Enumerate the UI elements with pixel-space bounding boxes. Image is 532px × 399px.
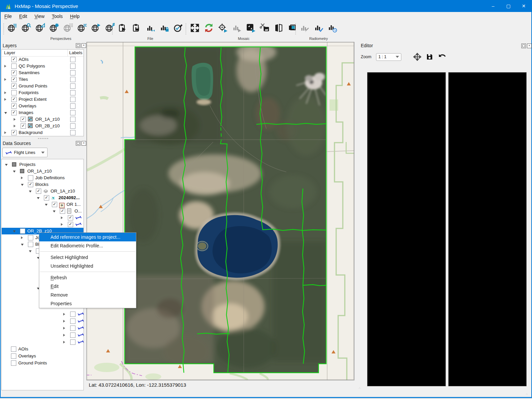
labels-checkbox-unchecked[interactable] [70,130,75,135]
labels-checkbox-unchecked[interactable] [70,110,75,115]
data-source-row[interactable]: Ground Points [2,360,83,367]
checkbox-checked[interactable]: ✓ [11,57,17,62]
context-menu-item[interactable]: Properties [39,299,136,308]
expand-arrow-icon[interactable] [14,125,16,127]
context-menu-item[interactable]: Edit [39,282,136,291]
globe-play-icon[interactable] [90,23,101,33]
data-source-row[interactable]: ✓✈2024092... [2,195,83,201]
data-source-row[interactable]: Job Definitions [2,175,83,181]
editor-image-right[interactable] [448,72,527,386]
close-button[interactable]: ✕ [516,0,531,12]
collapse-arrow-icon[interactable] [53,210,56,212]
labels-checkbox-unchecked[interactable] [70,83,75,89]
context-menu-item[interactable]: Select Highlighted [39,253,136,262]
data-source-row[interactable] [2,339,83,346]
layers-row[interactable]: Footprints [2,89,83,96]
data-source-row[interactable]: OR_1A_z10 [2,168,83,175]
layers-row[interactable]: ✓Background [2,129,83,136]
seedpoint-play-icon[interactable] [217,23,228,33]
data-source-row[interactable]: AOIs [2,346,83,353]
fullscreen-icon[interactable] [190,23,200,33]
clipboard-save-icon[interactable] [131,23,142,33]
chart-history-icon[interactable] [327,23,338,33]
collapse-arrow-icon[interactable] [29,191,32,193]
layers-column-layer[interactable]: Layer [4,50,15,55]
checkbox-checked[interactable]: ✓ [11,110,17,115]
minimize-button[interactable]: – [485,0,501,12]
checkbox-checked[interactable]: ✓ [11,130,17,135]
checkbox-unchecked[interactable] [28,242,33,247]
checkbox-checked[interactable]: ✓ [28,182,33,187]
chart-play-disabled-icon[interactable] [231,23,242,33]
collapse-arrow-icon[interactable] [4,112,7,114]
collapse-arrow-icon[interactable] [37,197,40,199]
expand-arrow-icon[interactable] [63,313,65,316]
layers-row[interactable]: QC Polygons [2,63,83,69]
validate-edit-icon[interactable] [173,23,184,33]
checkbox-checked[interactable]: ✓ [44,195,49,200]
collapse-arrow-icon[interactable] [29,250,32,252]
data-source-row[interactable] [2,318,83,325]
checkbox-checked[interactable]: ✓ [60,208,65,214]
collapse-arrow-icon[interactable] [21,244,24,246]
menu-help[interactable]: Help [66,14,83,19]
checkbox-unchecked[interactable] [11,64,17,69]
globe-measure-icon[interactable] [35,23,45,33]
data-source-row[interactable] [2,332,83,339]
window-resize-grip[interactable]: ∴ [526,392,528,396]
layers-row[interactable]: ✓Tiles [2,76,83,83]
data-source-row[interactable] [2,311,83,318]
toolbar-drag-handle[interactable] [3,23,4,35]
labels-checkbox-unchecked[interactable] [70,77,75,82]
source-type-dropdown[interactable]: Flight Lines [2,148,48,157]
globe-wrench-icon[interactable] [104,23,115,33]
data-sources-float-icon[interactable] [76,141,80,146]
data-source-row[interactable]: ✓OR_1A_z10 [2,188,83,195]
context-menu-item[interactable]: Refresh [39,273,136,282]
editor-image-left[interactable] [367,72,446,386]
expand-arrow-icon[interactable] [21,236,23,239]
tiles-play-icon[interactable] [245,23,256,33]
panel-splitter[interactable]: •••••• [38,137,49,140]
layers-row[interactable]: ✓Seamlines [2,69,83,76]
data-source-row[interactable]: ✓ [2,214,83,221]
checkbox-checked[interactable]: ✓ [52,202,57,207]
editor-close-icon[interactable]: × [527,44,532,48]
data-sources-close-icon[interactable]: × [81,141,86,146]
menu-edit[interactable]: Edit [16,14,31,19]
globe-grid-disabled-icon[interactable] [63,23,73,33]
layers-row[interactable]: ✓Overlays [2,103,83,109]
checkbox-unchecked[interactable] [70,312,75,317]
expand-arrow-icon[interactable] [4,65,6,67]
labels-checkbox-unchecked[interactable] [70,90,75,95]
expand-arrow-icon[interactable] [61,216,63,219]
collapse-arrow-icon[interactable] [45,204,48,206]
expand-arrow-icon[interactable] [63,334,65,336]
checkbox-checked[interactable]: ✓ [21,123,26,129]
collapse-arrow-icon[interactable] [21,184,24,186]
checkbox-checked[interactable]: ✓ [36,189,41,194]
labels-checkbox-unchecked[interactable] [70,70,75,75]
checkbox-unchecked[interactable] [28,235,33,240]
data-source-row[interactable]: ✓✈OR 1... [2,201,83,208]
expand-arrow-icon[interactable] [21,177,23,179]
context-menu-item[interactable]: Add reference images to project... [39,233,136,241]
checkbox-unchecked[interactable] [70,332,75,338]
collapse-arrow-icon[interactable] [13,171,16,173]
expand-arrow-icon[interactable] [63,320,65,323]
collapse-arrow-icon[interactable] [5,164,8,166]
globe-settings-icon[interactable] [49,23,59,33]
cut-image-icon[interactable] [259,23,270,33]
data-source-row[interactable]: ✓O... [2,208,83,214]
data-source-row[interactable]: ✓Blocks [2,181,83,188]
editor-float-icon[interactable] [521,44,526,48]
checkbox-unchecked[interactable] [28,175,33,181]
context-menu-item[interactable]: Edit Radiometric Profile... [39,241,136,250]
checkbox-checked[interactable]: ✓ [11,70,17,75]
refresh-icon[interactable] [203,23,214,33]
save-icon[interactable] [426,53,433,61]
expand-arrow-icon[interactable] [63,341,65,343]
expand-arrow-icon[interactable] [4,78,6,81]
expand-arrow-icon[interactable] [4,98,6,101]
checkbox-unchecked[interactable] [11,90,17,95]
